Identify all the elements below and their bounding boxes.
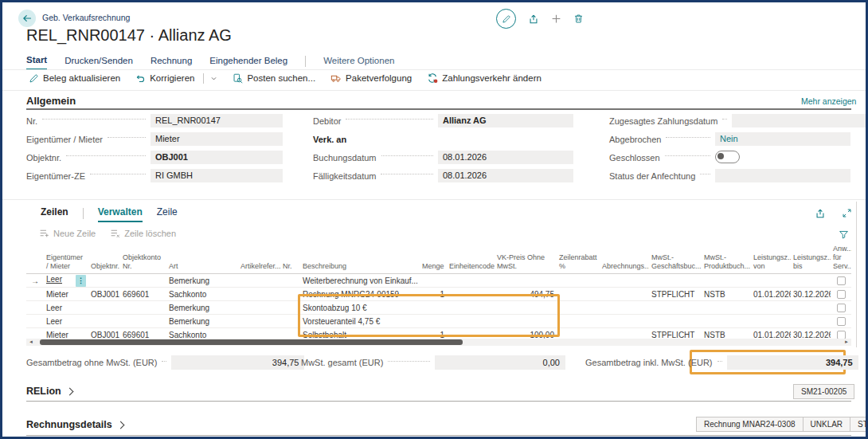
cell-mwst_produkt[interactable] (702, 301, 751, 315)
abgebrochen-field[interactable]: Nein (715, 132, 850, 146)
cell-objektnr[interactable] (88, 315, 120, 328)
cell-leistung_bis[interactable] (791, 301, 831, 315)
service-checkbox[interactable] (837, 304, 846, 312)
geschlossen-toggle[interactable] (715, 151, 740, 163)
column-header-abrechnungs[interactable]: Abrechnungs... (600, 243, 649, 274)
cell-abrechnungs[interactable] (600, 315, 649, 328)
status-anfechtung-field[interactable] (715, 169, 850, 182)
cell-mwst_produkt[interactable] (702, 315, 751, 328)
cell-mwst_produkt[interactable] (702, 274, 751, 288)
cell-objektnr[interactable]: OBJ001 (88, 288, 120, 301)
horizontal-scrollbar-thumb[interactable] (40, 339, 463, 345)
delete-button[interactable] (573, 14, 584, 24)
column-header-art[interactable]: Art (166, 243, 238, 274)
change-payment-button[interactable]: Zahlungsverkehr ändern (427, 73, 542, 84)
scroll-right-icon[interactable]: ► (844, 339, 849, 346)
column-header-objektkonto[interactable]: Objektkonto Nr. (120, 243, 166, 274)
cell-leistung_von[interactable] (751, 301, 791, 315)
column-header-vk_preis[interactable]: VK-Preis Ohne MwSt. (495, 243, 557, 274)
relion-badge[interactable]: SM21-00205 (793, 384, 854, 399)
cell-zeilenrabatt[interactable] (557, 288, 600, 301)
cell-eigentuemer[interactable]: ⋮Leer (44, 274, 88, 288)
nr-field[interactable]: REL_RNR00147 (151, 114, 283, 127)
cell-menge[interactable] (420, 274, 447, 288)
breadcrumb[interactable]: Geb. Verkaufsrechnung (42, 13, 130, 22)
cell-leistung_von[interactable] (751, 274, 791, 288)
cell-zeilenrabatt[interactable] (557, 301, 600, 315)
back-button[interactable] (18, 10, 36, 27)
buchungsdatum-field[interactable]: 08.01.2026 (438, 151, 573, 164)
column-header-mwst_produkt[interactable]: MwSt.-Produktbuch... (702, 243, 751, 274)
cell-objektkonto[interactable]: 669601 (120, 288, 166, 301)
cell-anw_serv[interactable] (831, 274, 851, 288)
scroll-left-icon[interactable]: ◄ (29, 339, 33, 346)
cell-eigentuemer[interactable]: Mieter (44, 288, 88, 301)
show-more-link[interactable]: Mehr anzeigen (801, 96, 856, 106)
filter-icon[interactable] (839, 229, 849, 240)
delete-line-button[interactable]: Zeile löschen (110, 228, 176, 238)
eigentuemer-ze-field[interactable]: RI GMBH (151, 169, 283, 182)
cell-einheitencode[interactable] (447, 274, 495, 288)
tab-eingehender-beleg[interactable]: Eingehender Beleg (209, 56, 287, 69)
eigentuemer-mieter-field[interactable]: Mieter (151, 132, 283, 146)
horizontal-scrollbar[interactable]: ◄ ► (26, 339, 851, 346)
row-options-icon[interactable]: ⋮ (76, 275, 86, 287)
tab-weitere-optionen[interactable]: Weitere Optionen (323, 56, 394, 69)
tab-drucken-senden[interactable]: Drucken/Senden (65, 56, 133, 69)
column-header-leistung_bis[interactable]: Leistungsz... bis (791, 243, 831, 274)
cell-artikelref[interactable] (238, 274, 300, 288)
cell-mwst_geschaeft[interactable] (649, 274, 702, 288)
cell-art[interactable]: Sachkonto (166, 288, 238, 301)
column-header-einheitencode[interactable]: Einheitencode (447, 243, 495, 274)
stpflicht-badge[interactable]: STPFLICHT (850, 417, 868, 432)
column-header-leistung_von[interactable]: Leistungsz... von (751, 243, 791, 274)
column-header-anw_serv[interactable]: Anw... für Serv... (831, 243, 851, 274)
cell-objektkonto[interactable] (120, 301, 166, 315)
cell-anw_serv[interactable] (831, 315, 851, 328)
package-tracking-button[interactable]: Paketverfolgung (330, 73, 412, 84)
column-header-eigentuemer[interactable]: Eigentümer / Mieter (44, 243, 88, 274)
cell-artikelref[interactable] (238, 315, 300, 328)
column-header-zeilenrabatt[interactable]: Zeilenrabatt % (557, 243, 600, 274)
cell-eigentuemer[interactable]: Leer (44, 301, 88, 315)
cell-objektnr[interactable] (88, 301, 120, 315)
cell-leistung_von[interactable] (751, 315, 791, 328)
column-header-mwst_geschaeft[interactable]: MwSt.-Geschäftsbuc... (649, 243, 702, 274)
cell-mwst_geschaeft[interactable]: STPFLICHT (649, 288, 702, 301)
invoice-details-section-heading[interactable]: Rechnungsdetails (26, 419, 123, 430)
cell-artikelref[interactable] (238, 288, 300, 301)
cell-abrechnungs[interactable] (600, 288, 649, 301)
cell-objektnr[interactable] (88, 274, 120, 288)
correct-button[interactable]: Korrigieren (135, 73, 217, 84)
table-row[interactable]: →⋮LeerBemerkungWeiterberechnung von Eink… (26, 274, 851, 288)
cell-leistung_von[interactable]: 01.01.2026 (751, 288, 791, 301)
service-checkbox[interactable] (837, 290, 846, 299)
column-header-artikelref[interactable]: Artikelrefer... Nr. (238, 243, 300, 274)
cell-leistung_bis[interactable] (791, 315, 831, 328)
relion-section-heading[interactable]: RELion (26, 386, 72, 397)
share-button[interactable] (528, 14, 539, 25)
find-entries-button[interactable]: Posten suchen... (233, 73, 315, 84)
column-header-beschreibung[interactable]: Beschreibung (300, 243, 420, 274)
cell-mwst_geschaeft[interactable] (649, 315, 702, 328)
lines-tab-verwalten[interactable]: Verwalten (98, 206, 143, 222)
cell-abrechnungs[interactable] (600, 301, 649, 315)
new-button[interactable] (551, 14, 561, 24)
tab-start[interactable]: Start (26, 55, 47, 70)
edit-button[interactable] (496, 9, 516, 29)
share-icon[interactable] (815, 208, 826, 219)
cell-zeilenrabatt[interactable] (557, 274, 600, 288)
debitor-field[interactable]: Allianz AG (438, 114, 573, 127)
new-line-button[interactable]: Neue Zeile (39, 228, 96, 238)
general-section-heading[interactable]: Allgemein (26, 95, 76, 107)
service-checkbox[interactable] (837, 276, 846, 285)
cell-anw_serv[interactable] (831, 288, 851, 301)
objektnr-field[interactable]: OBJ001 (151, 151, 283, 164)
column-header-objektnr[interactable]: Objektnr. (88, 243, 120, 274)
cell-objektkonto[interactable] (120, 315, 166, 328)
zugesagtes-zahlungsdatum-field[interactable] (732, 114, 867, 127)
tab-rechnung[interactable]: Rechnung (151, 56, 192, 69)
cell-art[interactable]: Bemerkung (166, 315, 238, 328)
cell-zeilenrabatt[interactable] (557, 315, 600, 328)
cell-artikelref[interactable] (238, 301, 300, 315)
